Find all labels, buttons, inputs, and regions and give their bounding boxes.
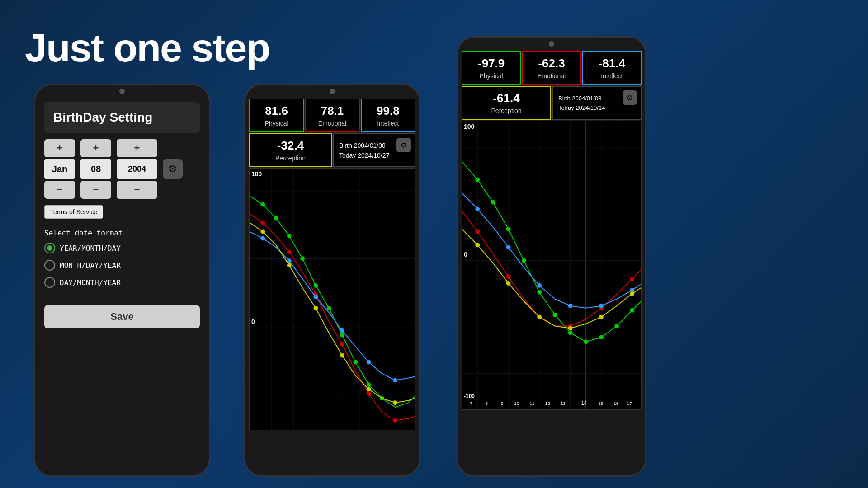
radio-month-day-year-circle [44, 260, 55, 271]
radio-month-day-year-label: MONTH/DAY/YEAR [60, 261, 121, 270]
svg-point-76 [506, 274, 511, 279]
phone3-emotional-label: Emotional [538, 72, 566, 80]
svg-point-81 [475, 206, 480, 211]
year-plus-button[interactable]: + [117, 139, 157, 157]
phone2-intellect-label: Intellect [377, 120, 399, 127]
terms-of-service-button[interactable]: Terms of Service [44, 205, 103, 219]
svg-point-16 [327, 306, 331, 310]
svg-text:15: 15 [598, 401, 603, 406]
date-format-title: Select date format [44, 229, 200, 237]
svg-point-34 [287, 263, 292, 267]
svg-point-30 [340, 328, 344, 333]
phone3-emotional-value: -62.3 [538, 56, 565, 70]
month-value: Jan [44, 159, 75, 179]
svg-point-64 [475, 178, 480, 182]
svg-point-26 [393, 418, 397, 423]
phone-1-notch [119, 89, 125, 94]
phone3-physical-value: -97.9 [478, 56, 505, 70]
phone2-gear-button[interactable]: ⚙ [396, 138, 411, 152]
phone2-physical-label: Physical [265, 120, 288, 127]
month-plus-button[interactable]: + [44, 139, 75, 157]
radio-year-month-day-circle [44, 243, 55, 253]
phone3-perception-box: -61.4 Perception [462, 86, 551, 120]
svg-point-66 [506, 227, 511, 231]
svg-point-21 [260, 221, 265, 225]
phone2-physical-value: 81.6 [265, 104, 288, 118]
phone1-gear-button[interactable]: ⚙ [163, 159, 183, 179]
day-minus-button[interactable]: − [80, 181, 111, 199]
phone-2-notch [330, 89, 335, 94]
radio-day-month-year[interactable]: DAY/MONTH/YEAR [44, 277, 200, 288]
phone2-emotional-value: 78.1 [321, 104, 344, 118]
svg-point-92 [630, 291, 635, 296]
svg-point-67 [522, 258, 526, 263]
svg-point-35 [314, 306, 318, 310]
month-minus-button[interactable]: − [44, 181, 75, 199]
phone2-intellect-box: 99.8 Intellect [361, 99, 415, 132]
svg-point-15 [314, 283, 318, 288]
svg-point-71 [584, 339, 588, 344]
phone3-intellect-box: -81.4 Intellect [582, 51, 642, 85]
radio-year-month-day[interactable]: YEAR/MONTH/DAY [44, 243, 200, 253]
svg-point-74 [630, 308, 635, 313]
phone2-chart: 100 0 [249, 168, 415, 430]
svg-point-75 [475, 229, 480, 234]
svg-point-85 [599, 304, 604, 308]
svg-point-33 [260, 230, 265, 234]
svg-point-87 [475, 243, 480, 247]
svg-point-89 [537, 315, 542, 319]
svg-point-37 [367, 387, 371, 391]
svg-point-29 [314, 295, 318, 299]
phone3-date-box: ⚙ Birth 2004/01/08 Today 2024/10/14 [552, 86, 642, 120]
svg-text:7: 7 [470, 401, 472, 406]
svg-point-38 [393, 400, 397, 405]
phone2-today-date: Today 2024/10/27 [339, 152, 409, 159]
svg-point-80 [630, 277, 635, 281]
headline: Just one step [25, 25, 269, 71]
phone-2: 81.6 Physical 78.1 Emotional 99.8 Intell… [244, 84, 420, 477]
svg-point-65 [491, 200, 495, 204]
gear-icon: ⚙ [168, 163, 177, 175]
svg-point-82 [506, 245, 511, 249]
year-value: 2004 [117, 159, 157, 179]
svg-point-90 [568, 326, 573, 331]
radio-year-month-day-label: YEAR/MONTH/DAY [60, 244, 121, 253]
phone3-chart: 100 0 -100 7 [462, 121, 642, 410]
svg-point-73 [614, 324, 619, 328]
day-plus-button[interactable]: + [80, 139, 111, 157]
svg-text:14: 14 [581, 400, 587, 406]
svg-point-12 [274, 216, 278, 221]
phone-3: -97.9 Physical -62.3 Emotional -81.4 Int… [457, 36, 646, 477]
radio-month-day-year[interactable]: MONTH/DAY/YEAR [44, 260, 200, 271]
svg-point-32 [393, 378, 397, 382]
svg-text:8: 8 [486, 401, 488, 406]
phone2-stats-bottom: -32.4 Perception ⚙ Birth 2004/01/08 Toda… [249, 133, 415, 167]
svg-point-25 [367, 391, 371, 396]
svg-point-14 [300, 256, 305, 261]
phone2-perception-label: Perception [275, 155, 306, 162]
phone2-perception-box: -32.4 Perception [249, 133, 332, 167]
svg-point-13 [287, 234, 292, 239]
svg-point-24 [340, 342, 344, 347]
phone3-physical-box: -97.9 Physical [462, 51, 521, 85]
phone3-physical-label: Physical [480, 72, 503, 80]
phone3-gear-button[interactable]: ⚙ [623, 90, 637, 105]
save-button[interactable]: Save [44, 305, 200, 328]
svg-point-83 [537, 283, 542, 288]
svg-point-27 [260, 236, 265, 240]
phone2-chart-svg [250, 169, 415, 430]
svg-point-88 [506, 281, 511, 286]
phone2-emotional-label: Emotional [318, 120, 346, 127]
svg-text:9: 9 [501, 401, 504, 406]
birthday-setting-title: BirthDay Setting [53, 110, 152, 124]
year-column: + 2004 − [117, 139, 157, 199]
phone3-chart-svg: 7 8 9 10 11 12 13 14 15 16 17 [462, 121, 641, 409]
svg-point-18 [353, 360, 358, 365]
phone-3-notch [549, 41, 554, 47]
svg-point-91 [599, 315, 604, 319]
svg-text:11: 11 [530, 401, 535, 406]
radio-day-month-year-circle [44, 277, 55, 288]
phone3-stats-grid: -97.9 Physical -62.3 Emotional -81.4 Int… [462, 51, 642, 85]
svg-point-19 [367, 382, 371, 387]
year-minus-button[interactable]: − [117, 181, 157, 199]
